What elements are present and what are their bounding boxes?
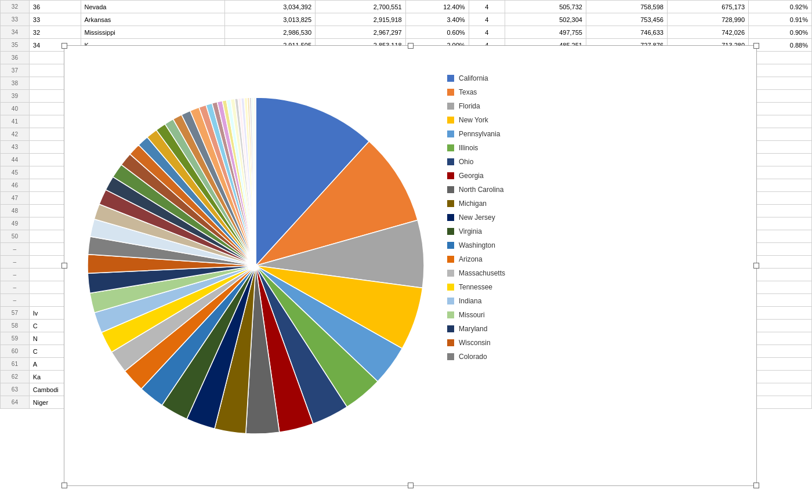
row-number: 33 <box>1 13 30 26</box>
legend-label-11: Virginia <box>459 227 482 235</box>
row-number: 44 <box>1 154 30 166</box>
row-number: 63 <box>1 383 30 396</box>
resize-handle-lm[interactable] <box>61 263 67 269</box>
cell-g: 502,304 <box>505 13 586 26</box>
legend-color-20 <box>447 353 454 360</box>
resize-handle-tr[interactable] <box>753 43 759 49</box>
legend-item-6: Ohio <box>447 158 751 166</box>
cell-j: 0.92% <box>749 1 812 13</box>
legend-item-3: New York <box>447 116 751 124</box>
legend-color-16 <box>447 298 454 304</box>
cell-rank: 32 <box>29 26 81 39</box>
cell-g: 497,755 <box>505 26 586 39</box>
legend-label-3: New York <box>459 116 488 124</box>
cell-pop1: 2,986,530 <box>225 26 316 39</box>
legend-item-8: North Carolina <box>447 186 751 194</box>
legend-item-4: Pennsylvania <box>447 130 751 138</box>
legend-color-9 <box>447 200 454 207</box>
row-number: 64 <box>1 396 30 409</box>
cell-pct: 3.40% <box>405 13 469 26</box>
row-number: 35 <box>1 39 30 52</box>
cell-h: 753,456 <box>586 13 667 26</box>
cell-g: 505,732 <box>505 1 586 13</box>
row-number: – <box>1 294 30 307</box>
legend-color-8 <box>447 186 454 193</box>
resize-handle-br[interactable] <box>753 483 759 488</box>
row-number: 38 <box>1 77 30 90</box>
row-number: 34 <box>1 26 30 39</box>
legend-area: CaliforniaTexasFloridaNew YorkPennsylvan… <box>436 63 751 469</box>
cell-pct: 12.40% <box>405 1 469 13</box>
legend-label-7: Georgia <box>459 172 484 180</box>
legend-color-17 <box>447 311 454 318</box>
legend-color-15 <box>447 284 454 291</box>
row-number: 57 <box>1 307 30 320</box>
row-number: 42 <box>1 128 30 141</box>
cell-pop1: 3,013,825 <box>225 13 316 26</box>
cell-rank: 33 <box>29 13 81 26</box>
legend-label-9: Michigan <box>459 200 487 208</box>
legend-label-2: Florida <box>459 102 480 110</box>
cell-pct: 0.60% <box>405 26 469 39</box>
row-number: 61 <box>1 358 30 371</box>
chart-container: CaliforniaTexasFloridaNew YorkPennsylvan… <box>64 45 757 486</box>
legend-label-13: Arizona <box>459 255 483 263</box>
pie-chart <box>82 86 430 445</box>
cell-i: 675,173 <box>667 1 748 13</box>
legend-label-12: Washington <box>459 241 495 249</box>
row-number: – <box>1 256 30 269</box>
legend-color-14 <box>447 270 454 277</box>
legend-color-11 <box>447 228 454 235</box>
legend-color-1 <box>447 89 454 96</box>
row-number: 50 <box>1 230 30 243</box>
resize-handle-rm[interactable] <box>753 263 759 269</box>
legend-label-8: North Carolina <box>459 186 503 194</box>
legend-item-16: Indiana <box>447 297 751 305</box>
legend-color-13 <box>447 256 454 263</box>
row-number: 47 <box>1 192 30 205</box>
legend-label-14: Massachusetts <box>459 269 505 277</box>
row-number: – <box>1 281 30 294</box>
legend-color-12 <box>447 242 454 249</box>
row-number: – <box>1 269 30 281</box>
legend-label-4: Pennsylvania <box>459 130 500 138</box>
legend-color-7 <box>447 172 454 179</box>
legend-item-15: Tennessee <box>447 283 751 291</box>
cell-pop1: 3,034,392 <box>225 1 316 13</box>
row-number: 39 <box>1 90 30 103</box>
legend-item-13: Arizona <box>447 255 751 263</box>
legend-item-12: Washington <box>447 241 751 249</box>
legend-item-7: Georgia <box>447 172 751 180</box>
legend-item-14: Massachusetts <box>447 269 751 277</box>
legend-label-15: Tennessee <box>459 283 492 291</box>
legend-item-11: Virginia <box>447 227 751 235</box>
resize-handle-tm[interactable] <box>408 43 414 49</box>
legend-item-5: Illinois <box>447 144 751 152</box>
resize-handle-bl[interactable] <box>61 483 67 488</box>
legend-item-17: Missouri <box>447 311 751 319</box>
resize-handle-bm[interactable] <box>408 483 414 488</box>
legend-color-6 <box>447 158 454 165</box>
row-number: 46 <box>1 179 30 192</box>
cell-seats: 4 <box>469 13 505 26</box>
row-number: – <box>1 243 30 256</box>
row-number: 49 <box>1 217 30 230</box>
row-number: 41 <box>1 115 30 128</box>
row-number: 36 <box>1 52 30 64</box>
legend-color-3 <box>447 117 454 124</box>
legend-label-19: Wisconsin <box>459 339 491 347</box>
legend-color-5 <box>447 144 454 151</box>
legend-label-17: Missouri <box>459 311 485 319</box>
row-number: 45 <box>1 166 30 179</box>
spreadsheet: 32 36 Nevada 3,034,392 2,700,551 12.40% … <box>0 0 812 504</box>
legend-label-20: Colorado <box>459 353 487 361</box>
legend-label-1: Texas <box>459 88 477 96</box>
legend-color-4 <box>447 130 454 137</box>
row-number: 32 <box>1 1 30 13</box>
table-row: 33 33 Arkansas 3,013,825 2,915,918 3.40%… <box>1 13 812 26</box>
cell-seats: 4 <box>469 1 505 13</box>
cell-i: 742,026 <box>667 26 748 39</box>
resize-handle-tl[interactable] <box>61 43 67 49</box>
legend-label-5: Illinois <box>459 144 478 152</box>
legend-label-0: California <box>459 74 488 82</box>
